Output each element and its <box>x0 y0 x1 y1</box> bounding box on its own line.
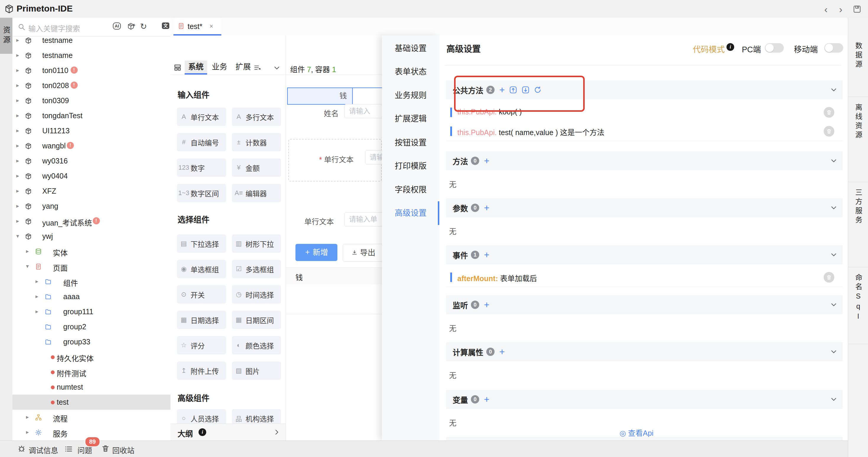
settings-menu-item-7[interactable]: 高级设置 <box>382 207 439 220</box>
dock-tab-2[interactable]: 三方服务 <box>848 182 868 267</box>
resources-tab[interactable]: 资源 <box>0 18 12 54</box>
tree-item-ton0208[interactable]: ▸ton0208! <box>12 78 170 93</box>
tree-item-yang[interactable]: ▸yang <box>12 199 170 214</box>
tree-collapse-arrow[interactable]: ▸ <box>35 308 38 315</box>
tree-item-testname[interactable]: ▸testname <box>12 48 170 63</box>
section-header-监听[interactable]: 监听0+ <box>446 295 843 314</box>
tree-collapse-arrow[interactable]: ▸ <box>35 278 38 285</box>
delete-icon[interactable] <box>824 272 834 283</box>
palette-item-rating[interactable]: ☆评分 <box>177 336 226 355</box>
tree-collapse-arrow[interactable]: ▸ <box>16 157 19 164</box>
palette-item-switch[interactable]: ⊙开关 <box>177 285 226 304</box>
palette-item-radio-group[interactable]: ◉单选框组 <box>177 260 226 278</box>
selected-field-money[interactable]: 钱 <box>287 88 383 104</box>
tree-collapse-arrow[interactable]: ▸ <box>26 414 29 420</box>
tree-collapse-arrow[interactable]: ▸ <box>26 429 29 435</box>
recycle-bin-label[interactable]: 回收站 <box>112 445 134 455</box>
view-api-link[interactable]: ◎ 查看Api <box>620 427 653 438</box>
method-row[interactable]: this.PubApi. test( name,value ) 这是一个方法 <box>446 122 843 141</box>
palette-item-money[interactable]: ¥金额 <box>232 158 281 177</box>
delete-icon[interactable] <box>824 126 834 136</box>
save-icon[interactable] <box>852 5 862 15</box>
palette-tab-扩展[interactable]: 扩展 <box>232 61 254 73</box>
tree-item-wy0404[interactable]: ▸wy0404 <box>12 169 170 184</box>
palette-tab-业务[interactable]: 业务 <box>208 61 231 73</box>
settings-menu-item-3[interactable]: 扩展逻辑 <box>382 112 439 125</box>
settings-menu-item-5[interactable]: 打印模版 <box>382 160 439 173</box>
tree-collapse-arrow[interactable]: ▸ <box>16 127 19 134</box>
tree-collapse-arrow[interactable]: ▸ <box>16 97 19 104</box>
refresh-icon[interactable]: ↻ <box>140 22 147 31</box>
tree-collapse-arrow[interactable]: ▸ <box>16 82 19 89</box>
palette-item-tree-select[interactable]: ▥树形下拉 <box>232 235 281 253</box>
tree-item-wangbl[interactable]: ▸wangbl! <box>12 138 170 153</box>
code-mode-link[interactable]: 代码模式 <box>693 43 725 55</box>
palette-item-select[interactable]: ▤下拉选择 <box>177 235 226 253</box>
tree-item-group2[interactable]: group2 <box>12 319 170 334</box>
export-button[interactable]: 导出 <box>343 244 384 262</box>
palette-item-number[interactable]: 123数字 <box>177 158 226 177</box>
recycle-bin-icon[interactable] <box>101 444 110 454</box>
search-input[interactable]: 输入关键字搜索 <box>28 23 80 33</box>
palette-item-counter[interactable]: ±计数器 <box>232 133 281 151</box>
dock-tab-3[interactable]: 命名Sql <box>848 267 868 344</box>
field-input-name[interactable]: 请输入 <box>344 104 385 118</box>
component-grid-icon[interactable] <box>174 63 182 73</box>
settings-menu-item-4[interactable]: 按钮设置 <box>382 136 439 149</box>
tree-collapse-arrow[interactable]: ▸ <box>16 52 19 59</box>
category-config-icon[interactable] <box>254 64 261 72</box>
debug-info-icon[interactable] <box>17 444 26 454</box>
palette-item-textarea[interactable]: A多行文本 <box>232 108 281 126</box>
tree-expand-arrow[interactable]: ▾ <box>26 263 29 270</box>
section-header-事件[interactable]: 事件1+ <box>446 245 843 264</box>
palette-item-time[interactable]: ◷时间选择 <box>232 285 281 304</box>
tree-item-numtest[interactable]: numtest <box>12 379 170 395</box>
nav-back-icon[interactable]: ‹ <box>824 4 828 14</box>
tree-item-group33[interactable]: group33 <box>12 334 170 349</box>
section-header-计算属性[interactable]: 计算属性0+ <box>446 342 843 361</box>
tree-item-group111[interactable]: ▸group111 <box>12 304 170 319</box>
add-button[interactable]: 新增 <box>296 244 337 261</box>
settings-menu-item-1[interactable]: 表单状态 <box>382 65 439 78</box>
tree-item-[interactable]: ▸流程 <box>12 410 170 425</box>
field-input-text[interactable]: 请输入单 <box>344 212 385 226</box>
palette-collapse-icon[interactable] <box>273 64 280 73</box>
tree-item-[interactable]: 附件测试 <box>12 364 170 379</box>
palette-item-text[interactable]: A单行文本 <box>177 108 226 126</box>
dock-tab-0[interactable]: 数据源 <box>848 35 868 97</box>
section-header-方法[interactable]: 方法0+ <box>446 151 843 170</box>
nav-forward-icon[interactable]: › <box>839 4 842 14</box>
outline-expand-icon[interactable] <box>273 429 280 437</box>
new-package-icon[interactable]: + <box>127 23 137 31</box>
tree-item-tongdantest[interactable]: ▸tongdanTest <box>12 108 170 123</box>
palette-item-autonumber[interactable]: #自动编号 <box>177 133 226 151</box>
tree-item-yuan_[interactable]: ▸yuan_考试系统! <box>12 214 170 229</box>
delete-icon[interactable] <box>824 107 834 118</box>
palette-item-number-range[interactable]: 1~3数字区间 <box>177 184 226 202</box>
palette-tab-系统[interactable]: 系统 <box>185 61 207 73</box>
palette-item-image[interactable]: ▧图片 <box>232 362 281 380</box>
pc-toggle[interactable] <box>765 43 784 53</box>
tree-item-[interactable]: ▸实体 <box>12 244 170 259</box>
ai-assistant-icon[interactable]: AI <box>113 23 121 30</box>
palette-item-editor[interactable]: A≡编辑器 <box>232 184 281 202</box>
tree-collapse-arrow[interactable]: ▸ <box>16 188 19 194</box>
tree-item-ywj[interactable]: ▾ywj <box>12 229 170 244</box>
tree-item-ui11213[interactable]: ▸UI11213 <box>12 123 170 138</box>
debug-info-label[interactable]: 调试信息 <box>29 445 58 455</box>
tree-collapse-arrow[interactable]: ▸ <box>16 112 19 119</box>
tree-item-[interactable]: ▸组件 <box>12 274 170 289</box>
palette-item-upload[interactable]: ↥附件上传 <box>177 362 226 380</box>
tree-item-wy0316[interactable]: ▸wy0316 <box>12 153 170 169</box>
settings-menu-item-6[interactable]: 字段权限 <box>382 183 439 196</box>
palette-item-color[interactable]: ◐颜色选择 <box>232 336 281 355</box>
field-input[interactable] <box>352 88 382 104</box>
palette-item-date[interactable]: ▦日期选择 <box>177 311 226 329</box>
tree-collapse-arrow[interactable]: ▸ <box>16 173 19 179</box>
tree-item-ton0309[interactable]: ▸ton0309 <box>12 93 170 108</box>
section-header-变量[interactable]: 变量0+ <box>446 390 843 409</box>
tree-collapse-arrow[interactable]: ▸ <box>16 218 19 224</box>
tree-collapse-arrow[interactable]: ▸ <box>26 248 29 254</box>
palette-item-date-range[interactable]: ▦日期区间 <box>232 311 281 329</box>
outline-bar[interactable]: 大纲 i <box>170 424 286 441</box>
